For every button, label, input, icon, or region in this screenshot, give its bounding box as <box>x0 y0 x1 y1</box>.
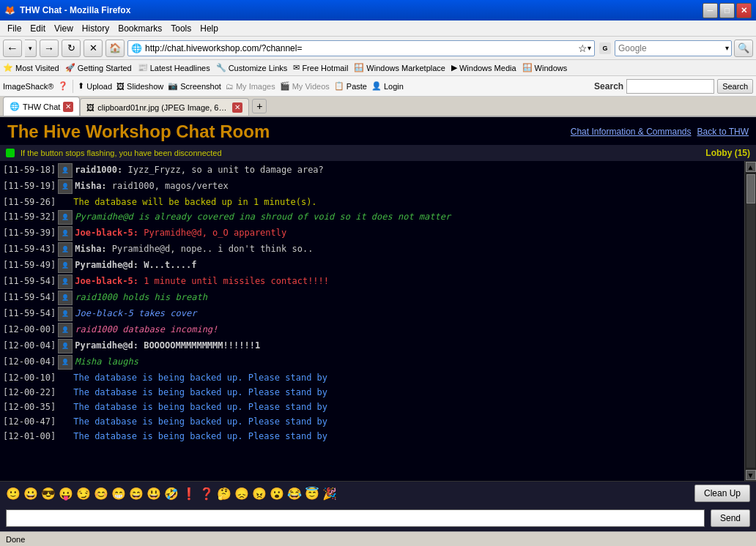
emoji-innocent[interactable]: 😇 <box>305 487 319 501</box>
avatar: 👤 <box>58 163 73 178</box>
avatar: 👤 <box>58 258 73 273</box>
close-button[interactable]: ✕ <box>736 3 752 18</box>
dropdown-arrow[interactable]: ▾ <box>588 44 591 52</box>
new-tab-button[interactable]: + <box>252 99 267 113</box>
tab-chat-label: THW Chat <box>23 102 60 111</box>
table-row: [11-59-32] 👤 Pyramidhe@d is already cove… <box>3 209 741 225</box>
emoji-angry[interactable]: 😠 <box>252 487 267 501</box>
menu-bookmarks[interactable]: Bookmarks <box>114 22 166 35</box>
bookmark-windows-media[interactable]: ▶ Windows Media <box>451 63 516 72</box>
search-dropdown[interactable]: ▾ <box>723 44 731 52</box>
menu-file[interactable]: File <box>3 22 26 35</box>
menu-view[interactable]: View <box>50 22 78 35</box>
page-icon: 🌐 <box>131 43 142 53</box>
maximize-button[interactable]: □ <box>719 3 735 18</box>
login-button[interactable]: 👤 Login <box>371 81 404 91</box>
my-videos-button[interactable]: 🎬 My Videos <box>280 81 330 91</box>
chat-scrollbar[interactable]: ▲ ▼ <box>744 161 756 481</box>
chat-header-links: Chat Information & Commands Back to THW <box>571 127 749 137</box>
emoji-wink[interactable]: 😏 <box>76 487 91 501</box>
navbar: ← ▾ → ↻ ✕ 🏠 🌐 ☆ ▾ G ▾ 🔍 <box>0 37 756 60</box>
bookmark-marketplace[interactable]: 🪟 Windows Marketplace <box>354 63 445 72</box>
emoji-bar: 🙂 😀 😎 😛 😏 😊 😁 😄 😃 🤣 ❗ ❓ 🤔 😞 😠 😮 😂 😇 🎉 <box>6 487 694 501</box>
emoji-tongue[interactable]: 😛 <box>59 487 73 501</box>
chat-status-bar: If the button stops flashing, you have b… <box>0 145 756 161</box>
emoji-big-grin[interactable]: 😃 <box>147 487 161 501</box>
tab-clipboard-close[interactable]: ✕ <box>232 102 242 113</box>
chat-page: The Hive Workshop Chat Room Chat Informa… <box>0 117 756 531</box>
search-bar[interactable]: ▾ <box>615 40 732 56</box>
scroll-up-button[interactable]: ▲ <box>746 162 756 172</box>
back-button[interactable]: ← <box>3 40 22 57</box>
search-input[interactable] <box>615 43 723 53</box>
bookmark-windows[interactable]: 🪟 Windows <box>522 63 568 72</box>
bookmark-getting-started[interactable]: 🚀 Getting Started <box>65 63 132 72</box>
bookmark-latest-headlines[interactable]: 📰 Latest Headlines <box>138 63 210 72</box>
google-icon: G <box>599 42 611 54</box>
customize-icon: 🔧 <box>216 63 226 72</box>
home-button[interactable]: 🏠 <box>105 40 125 57</box>
table-row: [11-59-26] The database will be backed u… <box>3 195 741 209</box>
chat-input[interactable] <box>6 509 705 527</box>
tab-chat-close[interactable]: ✕ <box>63 102 73 112</box>
slideshow-button[interactable]: 🖼 Slideshow <box>116 82 163 91</box>
window-title: THW Chat - Mozilla Firefox <box>20 5 703 15</box>
emoji-laugh[interactable]: 😁 <box>111 487 126 501</box>
tab-chat[interactable]: 🌐 THW Chat ✕ <box>3 97 80 116</box>
tab-clipboard[interactable]: 🖼 clipboard01nr.jpg (JPEG Image, 648x5..… <box>80 98 249 116</box>
chat-info-link[interactable]: Chat Information & Commands <box>571 127 692 137</box>
refresh-button[interactable]: ↻ <box>62 40 81 57</box>
stop-button[interactable]: ✕ <box>84 40 103 57</box>
emoji-blush[interactable]: 😊 <box>94 487 108 501</box>
bookmark-customize-links[interactable]: 🔧 Customize Links <box>216 63 288 72</box>
paste-button[interactable]: 📋 Paste <box>334 81 367 91</box>
input-bar: Send <box>0 505 756 531</box>
toolbar-search-button[interactable]: Search <box>717 79 753 94</box>
emoji-happy[interactable]: 😄 <box>129 487 144 501</box>
emoji-exclaim[interactable]: ❗ <box>182 487 196 501</box>
my-images-button[interactable]: 🗂 My Images <box>226 82 275 91</box>
emoji-cool[interactable]: 😎 <box>41 487 56 501</box>
table-row: [12-00-10] The database is being backed … <box>3 370 741 385</box>
toolbar-help-icon[interactable]: ❓ <box>58 81 68 91</box>
emoji-clean-row: 🙂 😀 😎 😛 😏 😊 😁 😄 😃 🤣 ❗ ❓ 🤔 😞 😠 😮 😂 😇 🎉 Cl… <box>0 481 756 505</box>
address-input[interactable] <box>145 43 575 53</box>
table-row: [11-59-39] 👤 Joe-black-5: Pyramidhe@d, o… <box>3 225 741 242</box>
bookmark-hotmail[interactable]: ✉ Free Hotmail <box>293 63 348 72</box>
menu-history[interactable]: History <box>78 22 114 35</box>
emoji-rofl[interactable]: 🤣 <box>164 487 179 501</box>
upload-button[interactable]: ⬆ Upload <box>78 81 112 91</box>
bookmark-most-visited[interactable]: ⭐ Most Visited <box>3 63 59 72</box>
bookmarks-bar: ⭐ Most Visited 🚀 Getting Started 📰 Lates… <box>0 60 756 76</box>
screenshot-icon: 📷 <box>168 81 178 91</box>
address-bar[interactable]: 🌐 ☆ ▾ <box>127 40 595 56</box>
emoji-party[interactable]: 🎉 <box>322 487 337 501</box>
window-titlebar: 🦊 THW Chat - Mozilla Firefox ─ □ ✕ <box>0 0 756 20</box>
scroll-down-button[interactable]: ▼ <box>746 470 756 480</box>
emoji-grin[interactable]: 😀 <box>23 487 38 501</box>
back-dropdown[interactable]: ▾ <box>25 40 37 57</box>
emoji-smile[interactable]: 🙂 <box>6 487 21 501</box>
minimize-button[interactable]: ─ <box>703 3 718 18</box>
forward-button[interactable]: → <box>40 40 59 57</box>
bookmark-star[interactable]: ☆ <box>578 42 588 54</box>
emoji-joy[interactable]: 😂 <box>287 487 302 501</box>
star-icon: ⭐ <box>3 63 13 72</box>
menu-help[interactable]: Help <box>196 22 223 35</box>
search-go-button[interactable]: 🔍 <box>734 40 753 57</box>
emoji-sad[interactable]: 😞 <box>234 487 249 501</box>
chat-messages[interactable]: [11-59-18] 👤 raid1000: Iyzz_Fryzz, so a … <box>0 161 744 481</box>
scroll-thumb[interactable] <box>746 174 755 203</box>
emoji-think[interactable]: 🤔 <box>217 487 231 501</box>
avatar: 👤 <box>58 179 73 194</box>
send-button[interactable]: Send <box>711 509 750 527</box>
toolbar-search: Search Search <box>594 79 753 94</box>
menu-edit[interactable]: Edit <box>26 22 50 35</box>
toolbar-search-input[interactable] <box>626 79 714 94</box>
emoji-question[interactable]: ❓ <box>199 487 214 501</box>
menu-tools[interactable]: Tools <box>166 22 196 35</box>
screenshot-button[interactable]: 📷 Screenshot <box>168 81 221 91</box>
emoji-wow[interactable]: 😮 <box>270 487 284 501</box>
back-to-thw-link[interactable]: Back to THW <box>697 127 749 137</box>
cleanup-button[interactable]: Clean Up <box>694 485 750 502</box>
